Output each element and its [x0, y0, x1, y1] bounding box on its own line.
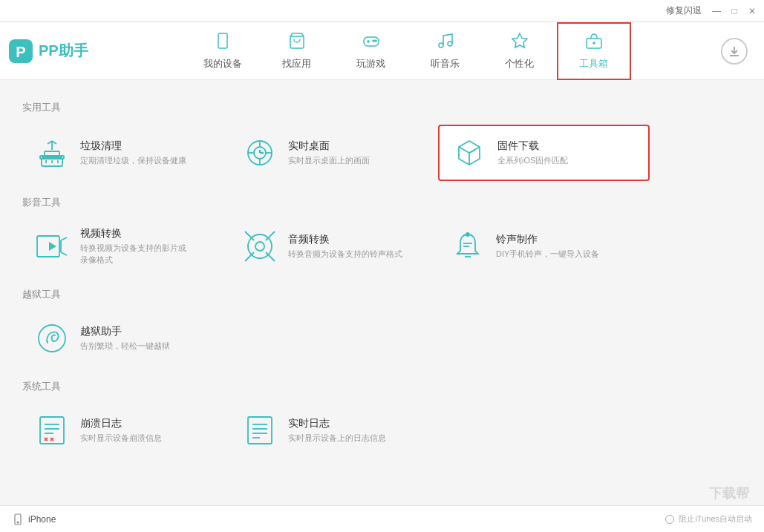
nav-label-my-device: 我的设备 [203, 57, 242, 70]
realtime-log-icon-wrap [241, 411, 279, 450]
download-button[interactable] [721, 38, 748, 65]
main-content: 实用工具 垃圾清理 定期清理垃圾，保持设备健康 [0, 80, 764, 505]
svg-rect-57 [248, 417, 272, 444]
svg-point-63 [17, 522, 19, 523]
tool-jailbreak-helper[interactable]: 越狱助手 告别繁琐，轻松一键越狱 [22, 312, 230, 365]
media-tools-grid: 视频转换 转换视频为设备支持的影片或录像格式 音频转换 转换音频为设备支持的铃声… [22, 220, 742, 273]
maximize-button[interactable]: □ [728, 5, 740, 17]
video-convert-name: 视频转换 [80, 227, 186, 240]
jailbreak-tools-grid: 越狱助手 告别繁琐，轻松一键越狱 [22, 312, 742, 365]
jailbreak-helper-name: 越狱助手 [80, 325, 170, 338]
tool-video-convert[interactable]: 视频转换 转换视频为设备支持的影片或录像格式 [22, 220, 230, 273]
itunes-text: 阻止iTunes自动启动 [679, 513, 752, 525]
nav-label-find-app: 找应用 [282, 57, 311, 70]
nav-items: 我的设备 找应用 玩游戏 [104, 22, 712, 80]
audio-convert-desc: 转换音频为设备支持的铃声格式 [288, 249, 402, 260]
title-bar: 修复闪退 — □ ✕ [0, 0, 764, 22]
nav-item-toolbox[interactable]: 工具箱 [557, 22, 631, 80]
music-icon [437, 32, 454, 54]
section-title-media: 影音工具 [22, 196, 742, 209]
crash-log-icon-wrap [33, 411, 71, 450]
svg-point-45 [466, 233, 469, 236]
bag-icon [288, 32, 306, 54]
firmware-download-icon-wrap [450, 134, 489, 172]
svg-line-22 [52, 141, 56, 144]
system-tools-grid: 崩溃日志 实时显示设备崩溃信息 实时日志 实时显示设备上的日志信息 [22, 404, 742, 457]
section-title-utility: 实用工具 [22, 101, 742, 114]
realtime-log-desc: 实时显示设备上的日志信息 [288, 433, 386, 444]
svg-point-9 [375, 40, 376, 42]
logo-area: P PP助手 [7, 38, 104, 65]
nav-label-toolbox: 工具箱 [579, 57, 608, 70]
nav-label-listen-music: 听音乐 [431, 57, 460, 70]
utility-tools-grid: 垃圾清理 定期清理垃圾，保持设备健康 实时桌面 实时显 [22, 125, 742, 181]
repair-link[interactable]: 修复闪退 [666, 4, 702, 17]
video-convert-desc: 转换视频为设备支持的影片或录像格式 [80, 243, 186, 266]
tool-audio-convert[interactable]: 音频转换 转换音频为设备支持的铃声格式 [230, 220, 438, 273]
tool-trash-clean[interactable]: 垃圾清理 定期清理垃圾，保持设备健康 [22, 125, 230, 181]
section-title-system: 系统工具 [22, 380, 742, 393]
svg-point-43 [255, 242, 264, 251]
logo-text: PP助手 [39, 41, 88, 61]
tool-realtime-log[interactable]: 实时日志 实时显示设备上的日志信息 [230, 404, 438, 457]
tool-realtime-desktop[interactable]: 实时桌面 实时显示桌面上的画面 [230, 125, 438, 181]
nav-item-listen-music[interactable]: 听音乐 [408, 22, 483, 80]
itunes-circle [665, 515, 674, 524]
nav-label-personalize: 个性化 [505, 57, 534, 70]
audio-convert-name: 音频转换 [288, 233, 402, 246]
nav-item-personalize[interactable]: 个性化 [483, 22, 557, 80]
tool-ringtone-make[interactable]: 铃声制作 DIY手机铃声，一键导入设备 [438, 220, 646, 273]
firmware-download-name: 固件下载 [497, 139, 568, 153]
nav-item-play-game[interactable]: 玩游戏 [334, 22, 408, 80]
phone-icon [214, 32, 232, 54]
ringtone-make-desc: DIY手机铃声，一键导入设备 [496, 249, 599, 260]
status-left: iPhone [12, 513, 56, 525]
gamepad-icon [362, 32, 380, 54]
svg-marker-38 [49, 242, 56, 251]
svg-point-10 [439, 43, 443, 47]
realtime-log-name: 实时日志 [288, 417, 386, 430]
audio-convert-icon-wrap [241, 227, 279, 266]
video-convert-icon-wrap [33, 227, 71, 266]
svg-point-8 [373, 40, 374, 42]
realtime-desktop-desc: 实时显示桌面上的画面 [288, 155, 370, 166]
toolbox-icon [585, 32, 603, 54]
realtime-desktop-name: 实时桌面 [288, 139, 370, 153]
minimize-button[interactable]: — [711, 5, 722, 17]
nav-bar: P PP助手 我的设备 找应用 [0, 22, 764, 80]
svg-marker-12 [512, 33, 527, 47]
nav-right [712, 38, 757, 65]
status-bar: iPhone 阻止iTunes自动启动 [0, 505, 764, 532]
window-controls: — □ ✕ [711, 5, 758, 17]
close-button[interactable]: ✕ [746, 5, 758, 17]
svg-line-21 [48, 141, 52, 144]
svg-rect-2 [218, 33, 227, 48]
device-label: iPhone [28, 514, 56, 525]
ringtone-make-icon-wrap [448, 227, 487, 266]
trash-clean-name: 垃圾清理 [80, 139, 186, 153]
device-status-icon [12, 513, 24, 525]
trash-clean-desc: 定期清理垃圾，保持设备健康 [80, 155, 186, 166]
firmware-download-desc: 全系列iOS固件匹配 [497, 155, 568, 166]
realtime-desktop-icon-wrap [241, 134, 279, 172]
nav-label-play-game: 玩游戏 [356, 57, 385, 70]
jailbreak-helper-icon-wrap [33, 319, 71, 358]
nav-item-find-app[interactable]: 找应用 [260, 22, 334, 80]
svg-line-40 [61, 252, 67, 255]
section-title-jailbreak: 越狱工具 [22, 288, 742, 301]
tool-firmware-download[interactable]: 固件下载 全系列iOS固件匹配 [438, 125, 650, 181]
jailbreak-helper-desc: 告别繁琐，轻松一键越狱 [80, 341, 170, 352]
svg-point-11 [448, 42, 452, 46]
ringtone-make-name: 铃声制作 [496, 233, 599, 246]
status-right: 阻止iTunes自动启动 [665, 513, 752, 525]
svg-text:P: P [16, 44, 25, 60]
nav-item-my-device[interactable]: 我的设备 [186, 22, 260, 80]
pp-logo-icon: P [7, 38, 34, 65]
svg-line-39 [61, 237, 67, 240]
tool-crash-log[interactable]: 崩溃日志 实时显示设备崩溃信息 [22, 404, 230, 457]
crash-log-name: 崩溃日志 [80, 417, 162, 430]
star-icon [511, 32, 529, 54]
trash-clean-icon-wrap [33, 134, 71, 172]
crash-log-desc: 实时显示设备崩溃信息 [80, 433, 162, 444]
